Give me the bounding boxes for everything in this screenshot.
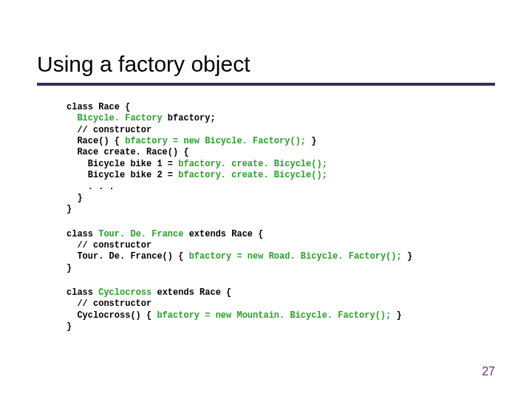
code-tourdefrance: class Tour. De. France extends Race { //… <box>66 229 495 274</box>
slide: Using a factory object class Race { Bicy… <box>0 0 532 399</box>
slide-title: Using a factory object <box>37 52 495 77</box>
title-rule <box>37 83 495 86</box>
code-cyclocross: class Cyclocross extends Race { // const… <box>66 287 495 332</box>
page-number: 27 <box>482 365 495 378</box>
code-race: class Race { Bicycle. Factory bfactory; … <box>66 102 495 216</box>
